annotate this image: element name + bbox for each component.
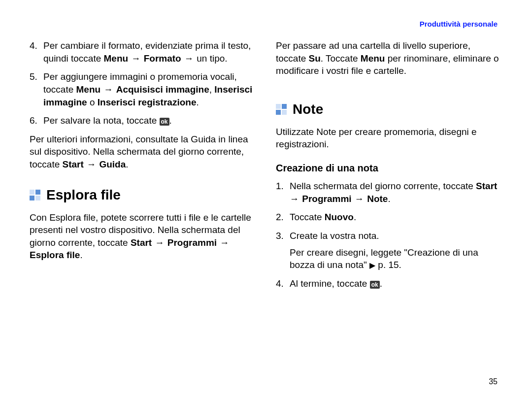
menu-label: Menu [76,84,101,95]
squares-icon [276,104,287,115]
ok-icon: ok [370,281,380,289]
start-label: Start [131,237,152,248]
step-6: 6. Per salvare la nota, toccate ok. [30,114,256,127]
arrow-icon: → [152,237,167,248]
note-label: Note [367,194,388,204]
step-body: Per salvare la nota, toccate ok. [43,114,256,127]
arrow-icon: → [128,53,144,64]
arrow-icon: → [100,84,116,95]
text: un tipo. [197,53,227,64]
menu-label: Menu [361,53,385,64]
sub-heading: Creazione di una nota [276,162,502,175]
note-intro: Utilizzate Note per creare promemoria, d… [276,126,502,151]
step-4: 4. Per cambiare il formato, evidenziate … [30,39,256,65]
arrow-icon: → [84,159,100,169]
step-body: Per aggiungere immagini o promemoria voc… [43,70,256,108]
arrow-icon: → [181,53,197,64]
text-cross-ref: Per creare disegni, leggete "Creazione d… [290,246,502,271]
text: Per salvare la nota, toccate [43,115,160,126]
esplora-file-label: Esplora file [30,250,80,260]
text: . [380,278,382,289]
header-section-label: Produttività personale [420,20,498,28]
start-label: Start [476,181,497,191]
step-body: Nella schermata del giorno corrente, toc… [290,180,502,205]
triangle-icon: ▶ [369,260,375,271]
section-heading-esplora: Esplora file [30,186,256,204]
formato-label: Formato [144,53,181,64]
su-label: Su [309,53,321,64]
text: Al termine, toccate [290,278,370,289]
insert-recording-label: Inserisci registrazione [98,97,197,107]
text: . [126,159,128,169]
step-body: Al termine, toccate ok. [290,277,502,290]
text: Nella schermata del giorno corrente, toc… [290,181,476,191]
step-number: 2. [276,211,290,224]
step-number: 6. [30,114,43,127]
programmi-label: Programmi [302,194,351,204]
programmi-label: Programmi [167,237,217,248]
step-number: 4. [30,39,43,65]
section-title: Note [293,100,323,119]
right-column: Per passare ad una cartella di livello s… [276,39,502,296]
page: Produttività personale 4. Per cambiare i… [0,0,532,399]
step-number: 5. [30,70,43,108]
left-column: 4. Per cambiare il formato, evidenziate … [30,39,256,296]
step-body: Create la vostra nota. Per creare disegn… [290,230,502,271]
text: o [87,97,98,107]
guida-label: Guida [99,159,126,169]
start-label: Start [63,159,84,169]
esplora-body: Con Esplora file, potete scorrere tutti … [30,211,256,262]
info-paragraph: Per ulteriori informazioni, consultate l… [30,133,256,171]
text: . [354,212,356,222]
text: . Toccate [321,53,361,64]
step-body: Per cambiare il formato, evidenziate pri… [43,39,256,65]
text: . [169,115,172,126]
note-step-3: 3. Create la vostra nota. Per creare dis… [276,230,502,271]
step-number: 4. [276,277,290,290]
section-title: Esplora file [46,186,121,204]
note-step-4: 4. Al termine, toccate ok. [276,277,502,290]
squares-icon [30,190,40,200]
ok-icon: ok [160,118,169,126]
text: . [196,97,199,107]
menu-label: Menu [104,53,129,64]
text: Create la vostra nota. [290,230,502,242]
step-number: 3. [276,230,290,271]
step-body: Toccate Nuovo. [290,211,502,224]
step-5: 5. Per aggiungere immagini o promemoria … [30,70,256,108]
note-step-2: 2. Toccate Nuovo. [276,211,502,224]
text: Toccate [290,212,325,222]
text: . [388,194,390,204]
acquire-image-label: Acquisisci immagine [116,84,209,95]
nuovo-label: Nuovo [325,212,354,222]
text: . [80,250,82,260]
folder-nav-paragraph: Per passare ad una cartella di livello s… [276,39,502,77]
step-number: 1. [276,180,290,205]
page-number: 35 [489,377,498,386]
text: , [209,84,215,95]
arrow-icon: → [217,237,230,248]
note-step-1: 1. Nella schermata del giorno corrente, … [276,180,502,205]
arrow-icon: → [352,194,367,204]
section-heading-note: Note [276,100,502,119]
page-ref: p. 15. [375,260,401,270]
content-columns: 4. Per cambiare il formato, evidenziate … [30,39,502,296]
